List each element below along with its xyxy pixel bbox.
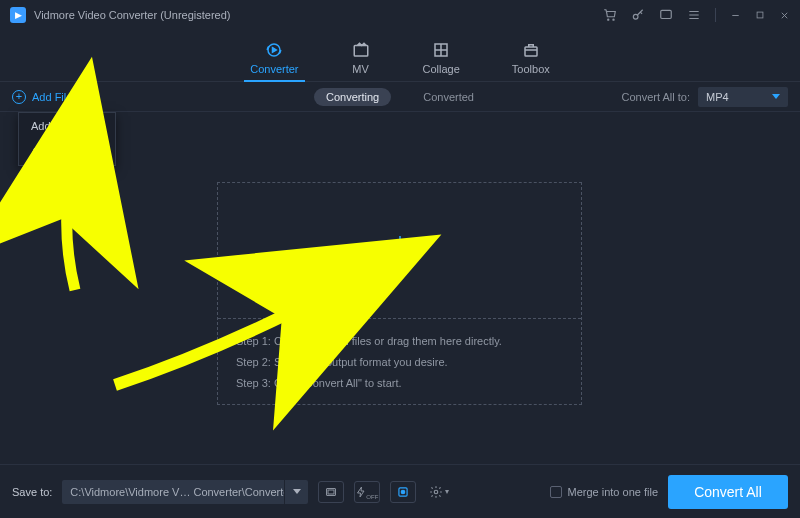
app-title: Vidmore Video Converter (Unregistered)	[34, 9, 230, 21]
menu-item-add-folder[interactable]: Add Folder	[19, 139, 115, 165]
dropzone-plus-area[interactable]	[218, 183, 581, 319]
tab-toolbox[interactable]: Toolbox	[512, 41, 550, 81]
feedback-icon[interactable]	[659, 8, 673, 22]
minimize-icon[interactable]	[730, 10, 741, 21]
plus-icon	[383, 234, 417, 268]
key-icon[interactable]	[631, 8, 645, 22]
subtab-converting[interactable]: Converting	[314, 88, 391, 106]
svg-point-0	[608, 19, 609, 20]
save-to-label: Save to:	[12, 486, 52, 498]
instruction-steps: Step 1: Click "+" to add files or drag t…	[218, 319, 581, 394]
svg-rect-12	[328, 490, 334, 494]
save-path-field[interactable]: C:\Vidmore\Vidmore V… Converter\Converte…	[62, 480, 284, 504]
hardware-accel-button[interactable]: OFF	[354, 481, 380, 503]
tab-collage[interactable]: Collage	[423, 41, 460, 81]
tab-label: Collage	[423, 63, 460, 75]
merge-label: Merge into one file	[568, 486, 659, 498]
svg-point-14	[402, 490, 406, 494]
cart-icon[interactable]	[603, 8, 617, 22]
conversion-subtabs: Converting Converted	[314, 88, 486, 106]
svg-point-1	[613, 19, 614, 20]
open-folder-button[interactable]	[318, 481, 344, 503]
subtab-converted[interactable]: Converted	[411, 88, 486, 106]
tab-mv[interactable]: MV	[351, 41, 371, 81]
convert-all-to-label: Convert All to:	[622, 91, 690, 103]
save-path-dropdown[interactable]	[284, 480, 308, 504]
mv-icon	[351, 41, 371, 59]
format-value: MP4	[706, 91, 729, 103]
main-tabs: Converter MV Collage Toolbox	[0, 30, 800, 82]
app-logo-icon: ▶	[10, 7, 26, 23]
toolbox-icon	[521, 41, 541, 59]
convert-all-to: Convert All to: MP4	[622, 87, 788, 107]
chevron-down-icon	[772, 94, 780, 99]
svg-rect-6	[354, 46, 368, 57]
plus-circle-icon: +	[12, 90, 26, 104]
high-speed-button[interactable]	[390, 481, 416, 503]
svg-point-2	[633, 14, 638, 19]
titlebar: ▶ Vidmore Video Converter (Unregistered)	[0, 0, 800, 30]
menu-icon[interactable]	[687, 8, 701, 22]
tab-label: MV	[352, 63, 369, 75]
dropzone[interactable]: Step 1: Click "+" to add files or drag t…	[217, 182, 582, 405]
toolbar: + Add Files Converting Converted Convert…	[0, 82, 800, 112]
footer: Save to: C:\Vidmore\Vidmore V… Converter…	[0, 464, 800, 518]
tab-converter[interactable]: Converter	[250, 41, 298, 81]
svg-rect-4	[757, 12, 763, 18]
close-icon[interactable]	[779, 10, 790, 21]
divider	[715, 8, 716, 22]
converter-icon	[264, 41, 284, 59]
add-files-menu: Add Files Add Folder	[18, 112, 116, 166]
chevron-down-icon	[88, 95, 94, 99]
add-files-label: Add Files	[32, 91, 78, 103]
tab-label: Converter	[250, 63, 298, 75]
step-2: Step 2: Select the output format you des…	[236, 352, 563, 373]
settings-button[interactable]: ▾	[426, 481, 452, 503]
svg-point-15	[435, 490, 439, 494]
checkbox-icon	[550, 486, 562, 498]
window-controls	[603, 8, 790, 22]
menu-item-add-files[interactable]: Add Files	[19, 113, 115, 139]
add-files-button[interactable]: + Add Files	[12, 90, 94, 104]
step-3: Step 3: Click "Convert All" to start.	[236, 373, 563, 394]
tab-label: Toolbox	[512, 63, 550, 75]
convert-all-button[interactable]: Convert All	[668, 475, 788, 509]
chevron-down-icon	[293, 489, 301, 494]
main-area: Step 1: Click "+" to add files or drag t…	[0, 112, 800, 464]
step-1: Step 1: Click "+" to add files or drag t…	[236, 331, 563, 352]
format-select[interactable]: MP4	[698, 87, 788, 107]
merge-checkbox[interactable]: Merge into one file	[550, 486, 659, 498]
maximize-icon[interactable]	[755, 10, 765, 20]
svg-rect-8	[525, 47, 537, 56]
save-path-control: C:\Vidmore\Vidmore V… Converter\Converte…	[62, 480, 308, 504]
collage-icon	[431, 41, 451, 59]
